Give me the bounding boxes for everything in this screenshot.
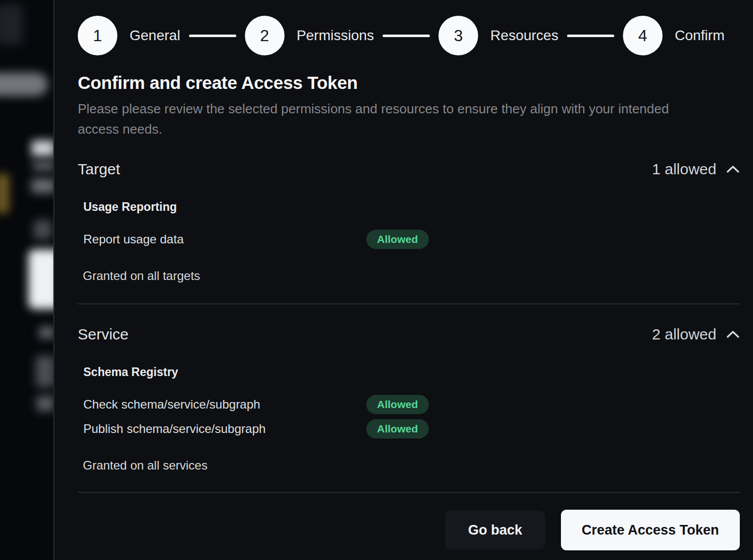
granted-note: Granted on all targets	[78, 269, 740, 283]
blurred-heading-fragment	[32, 140, 53, 157]
blurred-text-fragment	[32, 179, 53, 193]
step-label: Permissions	[297, 27, 374, 44]
step-resources[interactable]: 3 Resources	[438, 16, 558, 55]
step-number-circle: 2	[245, 16, 285, 55]
create-access-token-modal: 1 General 2 Permissions 3 Resources 4 Co…	[53, 0, 753, 560]
allowed-count: 2 allowed	[652, 326, 716, 343]
section-toggle-target[interactable]: 1 allowed	[652, 161, 740, 178]
step-number-circle: 1	[78, 16, 117, 55]
permission-label: Publish schema/service/subgraph	[78, 422, 366, 436]
section-title: Service	[78, 326, 129, 343]
blurred-text-fragment	[37, 396, 53, 411]
step-connector	[383, 35, 430, 37]
permission-label: Check schema/service/subgraph	[78, 397, 366, 412]
go-back-button[interactable]: Go back	[445, 511, 545, 549]
step-general[interactable]: 1 General	[78, 16, 180, 55]
blurred-text-fragment	[33, 161, 53, 171]
create-access-token-button[interactable]: Create Access Token	[561, 510, 740, 550]
permission-group-title: Schema Registry	[78, 365, 740, 379]
step-number-circle: 4	[623, 16, 663, 55]
blurred-warning-blob	[0, 174, 9, 213]
allowed-badge: Allowed	[366, 230, 429, 249]
permission-rows: Report usage data Allowed	[78, 227, 740, 252]
page-description: Please please review the selected permis…	[78, 99, 713, 139]
blurred-white-card	[28, 250, 53, 309]
permission-label: Report usage data	[78, 232, 366, 246]
step-confirm[interactable]: 4 Confirm	[623, 16, 725, 55]
step-label: Confirm	[675, 27, 725, 44]
blurred-nav-pill	[0, 73, 48, 96]
step-connector	[189, 35, 236, 37]
allowed-badge: Allowed	[366, 419, 429, 439]
permission-rows: Check schema/service/subgraph Allowed Pu…	[78, 392, 740, 441]
granted-note: Granted on all services	[78, 458, 740, 473]
section-header-service: Service 2 allowed	[78, 325, 740, 344]
section-title: Target	[78, 161, 120, 178]
step-permissions[interactable]: 2 Permissions	[245, 16, 374, 55]
step-number-circle: 3	[438, 16, 478, 55]
chevron-up-icon	[726, 330, 740, 339]
background-page-blurred	[0, 0, 53, 560]
step-label: Resources	[490, 27, 558, 44]
section-toggle-service[interactable]: 2 allowed	[652, 326, 740, 343]
page-title: Confirm and create Access Token	[78, 73, 740, 93]
wizard-stepper: 1 General 2 Permissions 3 Resources 4 Co…	[78, 16, 740, 55]
modal-footer: Go back Create Access Token	[78, 510, 740, 550]
step-connector	[567, 35, 614, 37]
permission-row: Check schema/service/subgraph Allowed	[78, 392, 740, 417]
allowed-count: 1 allowed	[652, 161, 716, 178]
blurred-text-fragment	[39, 327, 53, 338]
allowed-badge: Allowed	[366, 395, 429, 414]
permission-row: Publish schema/service/subgraph Allowed	[78, 417, 740, 441]
footer-divider	[78, 492, 740, 493]
permission-group-title: Usage Reporting	[78, 200, 740, 214]
step-label: General	[130, 27, 180, 44]
blurred-icon-box	[34, 220, 52, 239]
blurred-logo-tile	[0, 4, 23, 45]
section-header-target: Target 1 allowed	[78, 160, 740, 179]
section-divider	[78, 303, 740, 304]
blurred-text-fragment	[36, 356, 53, 387]
chevron-up-icon	[726, 165, 740, 174]
permission-row: Report usage data Allowed	[78, 227, 740, 252]
